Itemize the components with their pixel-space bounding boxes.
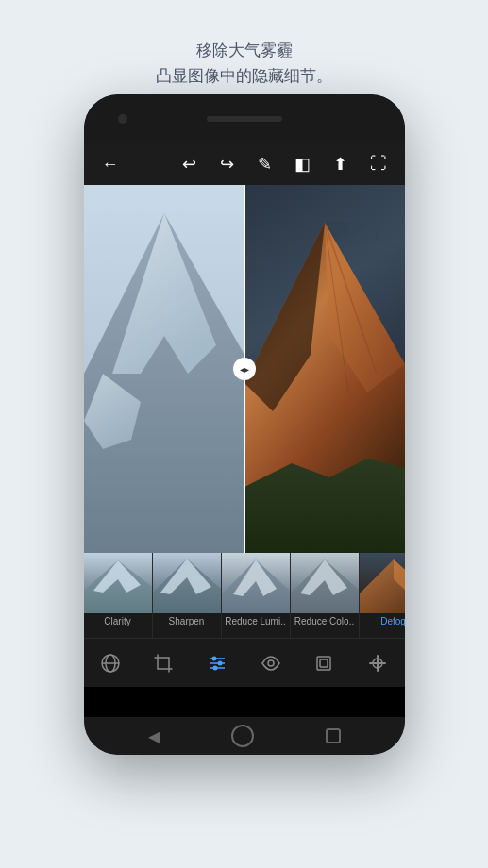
filter-label-reduce-color: Reduce Colo.. bbox=[291, 613, 359, 629]
svg-point-38 bbox=[268, 660, 274, 666]
filter-item-sharpen[interactable]: Sharpen bbox=[153, 553, 222, 638]
undo-button[interactable]: ↩ bbox=[175, 154, 205, 175]
effects-button[interactable] bbox=[92, 644, 129, 682]
image-comparison-area[interactable]: ◂▸ bbox=[84, 185, 405, 553]
header-line1: 移除大气雾霾 bbox=[38, 38, 450, 63]
phone-screen: ← ↩ ↪ ✎ ◧ ⬆ ⛶ bbox=[84, 143, 405, 717]
filter-item-clarity[interactable]: Clarity bbox=[84, 553, 153, 638]
adjust-button[interactable] bbox=[198, 644, 236, 682]
back-button[interactable]: ← bbox=[95, 155, 126, 175]
nav-home-button[interactable] bbox=[231, 725, 254, 747]
svg-point-37 bbox=[213, 665, 218, 670]
filter-label-sharpen: Sharpen bbox=[153, 613, 221, 629]
filter-thumb-defog bbox=[360, 553, 405, 613]
layers-button[interactable] bbox=[305, 644, 343, 682]
header-line2: 凸显图像中的隐藏细节。 bbox=[38, 63, 450, 89]
filter-item-reduce-lumi[interactable]: Reduce Lumi.. bbox=[222, 553, 291, 638]
edit-button[interactable]: ✎ bbox=[250, 154, 280, 175]
filter-thumb-reduce-lumi bbox=[222, 553, 290, 613]
svg-point-35 bbox=[212, 656, 217, 660]
nav-recents-button[interactable] bbox=[326, 728, 341, 743]
heal-button[interactable] bbox=[359, 644, 396, 682]
phone-bottom-bezel: ◀ bbox=[84, 717, 405, 755]
filter-item-reduce-color[interactable]: Reduce Colo.. bbox=[291, 553, 360, 638]
filter-item-defog[interactable]: Defog bbox=[360, 553, 405, 638]
filter-thumb-clarity bbox=[84, 553, 152, 613]
header-description: 移除大气雾霾 凸显图像中的隐藏细节。 bbox=[0, 0, 488, 108]
bottom-editing-toolbar bbox=[84, 638, 405, 687]
phone-camera bbox=[118, 114, 127, 124]
svg-rect-40 bbox=[320, 659, 328, 667]
filter-thumb-reduce-color bbox=[291, 553, 359, 613]
image-before bbox=[84, 185, 244, 553]
fullscreen-button[interactable]: ⛶ bbox=[363, 154, 394, 175]
redo-button[interactable]: ↪ bbox=[212, 154, 243, 175]
phone-top-bezel bbox=[84, 94, 405, 143]
image-after bbox=[244, 185, 405, 553]
preview-button[interactable] bbox=[252, 644, 290, 682]
compare-button[interactable]: ◧ bbox=[288, 154, 318, 175]
svg-rect-4 bbox=[84, 185, 244, 553]
filter-label-clarity: Clarity bbox=[84, 613, 152, 629]
crop-button[interactable] bbox=[144, 644, 182, 682]
filter-label-reduce-lumi: Reduce Lumi.. bbox=[222, 613, 290, 629]
filter-thumb-sharpen bbox=[153, 553, 221, 613]
toolbar-right-icons: ↩ ↪ ✎ ◧ ⬆ ⛶ bbox=[175, 154, 394, 175]
phone-device: ← ↩ ↪ ✎ ◧ ⬆ ⛶ bbox=[84, 94, 405, 755]
svg-rect-39 bbox=[317, 657, 330, 670]
app-toolbar: ← ↩ ↪ ✎ ◧ ⬆ ⛶ bbox=[84, 143, 405, 185]
svg-point-36 bbox=[218, 660, 223, 665]
filter-label-defog: Defog bbox=[360, 613, 405, 629]
divider-arrows-icon: ◂▸ bbox=[240, 364, 249, 375]
phone-speaker bbox=[207, 116, 282, 122]
divider-handle[interactable]: ◂▸ bbox=[233, 358, 256, 380]
nav-back-button[interactable]: ◀ bbox=[148, 727, 160, 745]
comparison-divider[interactable]: ◂▸ bbox=[244, 185, 245, 553]
share-button[interactable]: ⬆ bbox=[326, 154, 356, 175]
filter-strip: Clarity bbox=[84, 553, 405, 638]
